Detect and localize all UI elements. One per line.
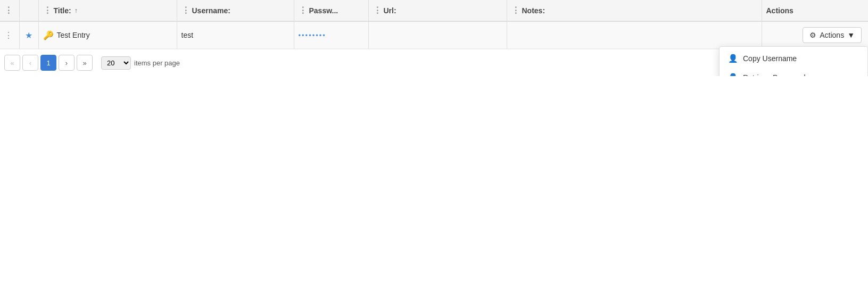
gear-icon: ⚙ (809, 31, 816, 39)
actions-dropdown-menu: 👤 Copy Username 👤 Retrieve Password (719, 46, 868, 76)
username-value: test (181, 31, 194, 39)
col-actions-header: Actions (762, 0, 868, 21)
password-value: •••••••• (299, 31, 326, 39)
row-title-cell: 🔑 Test Entry (38, 21, 177, 49)
col-title-header: ⋮ Title: ↑ (38, 0, 177, 21)
url-col-dots[interactable]: ⋮ (373, 5, 381, 15)
entries-table: ⋮ ⋮ Title: ↑ ⋮ Username: (0, 0, 868, 49)
next-page-icon: › (65, 59, 68, 67)
key-icon: 🔑 (43, 30, 54, 40)
per-page-select[interactable]: 10 20 50 100 (101, 56, 131, 70)
copy-username-icon: 👤 (728, 54, 738, 63)
actions-button[interactable]: ⚙ Actions ▼ (803, 27, 862, 43)
col-notes-header: ⋮ Notes: (507, 0, 762, 21)
dropdown-caret-icon: ▼ (847, 31, 855, 39)
last-page-button[interactable]: » (77, 55, 93, 71)
row-dots-icon[interactable]: ⋮ (4, 31, 12, 40)
first-page-button[interactable]: « (4, 55, 20, 71)
retrieve-password-label: Retrieve Password (743, 73, 806, 76)
prev-page-button[interactable]: ‹ (22, 55, 38, 71)
row-username-cell: test (177, 21, 294, 49)
col-url-header: ⋮ Url: (368, 0, 507, 21)
row-password-cell: •••••••• (294, 21, 368, 49)
retrieve-password-icon: 👤 (728, 73, 738, 76)
actions-btn-label: Actions (820, 31, 844, 39)
col-password-header: ⋮ Passw... (294, 0, 368, 21)
title-col-dots[interactable]: ⋮ (43, 5, 51, 15)
retrieve-password-item[interactable]: 👤 Retrieve Password (720, 68, 867, 76)
dropdown-section-1: 👤 Copy Username 👤 Retrieve Password (720, 47, 867, 76)
first-page-icon: « (10, 59, 14, 67)
next-page-button[interactable]: › (59, 55, 75, 71)
main-table-wrapper: ⋮ ⋮ Title: ↑ ⋮ Username: (0, 0, 868, 76)
prev-page-icon: ‹ (29, 59, 31, 67)
col-dots-header: ⋮ (0, 0, 19, 21)
row-notes-cell (507, 21, 762, 49)
actions-col-label: Actions (766, 6, 793, 15)
col-username-header: ⋮ Username: (177, 0, 294, 21)
password-col-label: Passw... (309, 6, 338, 15)
url-col-label: Url: (384, 6, 396, 15)
row-dots-cell: ⋮ (0, 21, 19, 49)
row-actions-cell: ⚙ Actions ▼ 👤 Copy Username (762, 21, 868, 49)
last-page-icon: » (82, 59, 86, 67)
row-star-cell[interactable]: ★ (19, 21, 38, 49)
notes-col-dots[interactable]: ⋮ (511, 5, 519, 15)
title-sort-arrow[interactable]: ↑ (75, 7, 78, 14)
table-row: ⋮ ★ 🔑 Test Entry test •••••••• (0, 21, 868, 49)
username-col-label: Username: (192, 6, 230, 15)
username-col-dots[interactable]: ⋮ (181, 5, 189, 15)
header-dots-icon[interactable]: ⋮ (4, 6, 12, 15)
title-col-label: Title: (54, 6, 71, 15)
password-col-dots[interactable]: ⋮ (299, 5, 306, 15)
copy-username-label: Copy Username (743, 54, 797, 63)
per-page-selector: 10 20 50 100 items per page (101, 56, 180, 70)
entry-title-text: Test Entry (57, 31, 90, 39)
copy-username-item[interactable]: 👤 Copy Username (720, 49, 867, 68)
favourite-star-icon[interactable]: ★ (25, 31, 32, 40)
notes-col-label: Notes: (522, 6, 545, 15)
page-1-button[interactable]: 1 (40, 55, 56, 71)
row-url-cell (368, 21, 507, 49)
per-page-label: items per page (134, 59, 180, 67)
col-star-header (19, 0, 38, 21)
page-1-label: 1 (46, 59, 50, 67)
